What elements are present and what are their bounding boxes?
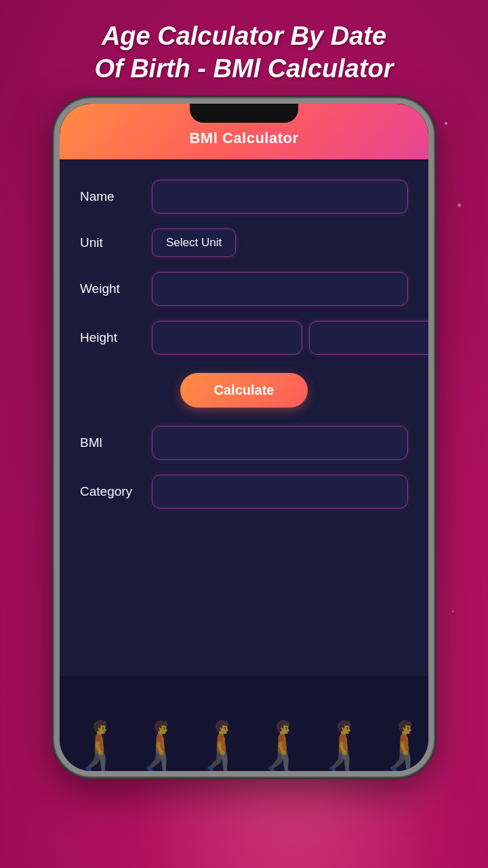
category-label: Category bbox=[80, 484, 141, 499]
walking-figure-4: 🚶 bbox=[249, 722, 310, 771]
phone-frame: BMl Calculator Name Unit Select Unit Wei… bbox=[54, 98, 434, 776]
walking-figure-2: 🚶 bbox=[127, 722, 188, 771]
height-inputs-group bbox=[152, 321, 428, 355]
category-input[interactable] bbox=[152, 475, 408, 509]
bmi-input[interactable] bbox=[152, 426, 408, 460]
weight-row: Weight bbox=[80, 272, 408, 306]
name-row: Name bbox=[80, 180, 408, 214]
name-label: Name bbox=[80, 189, 141, 204]
phone-notch bbox=[190, 104, 298, 123]
bmi-label: BMl bbox=[80, 435, 141, 450]
walking-figures: 🚶 🚶 🚶 🚶 🚶 🚶 🚶 bbox=[60, 676, 428, 771]
height-ft-input[interactable] bbox=[152, 321, 302, 355]
category-row: Category bbox=[80, 475, 408, 509]
calculate-button[interactable]: Calculate bbox=[180, 373, 308, 408]
walking-figure-5: 🚶 bbox=[310, 722, 371, 771]
walking-figure-3: 🚶 bbox=[188, 722, 249, 771]
height-in-input[interactable] bbox=[309, 321, 428, 355]
unit-label: Unit bbox=[80, 235, 141, 250]
name-input[interactable] bbox=[152, 180, 408, 214]
weight-label: Weight bbox=[80, 281, 141, 296]
app-header-title: BMl Calculator bbox=[73, 130, 415, 147]
unit-row: Unit Select Unit bbox=[80, 229, 408, 257]
bmi-row: BMl bbox=[80, 426, 408, 460]
walking-figure-1: 🚶 bbox=[66, 722, 127, 771]
select-unit-button[interactable]: Select Unit bbox=[152, 229, 236, 257]
weight-input[interactable] bbox=[152, 272, 408, 306]
walking-figure-6: 🚶 bbox=[371, 722, 428, 771]
height-row: Height Ft/In bbox=[80, 321, 408, 355]
height-label: Height bbox=[80, 330, 141, 345]
page-title: Age Calculator By Date Of Birth - BMl Ca… bbox=[67, 0, 420, 98]
